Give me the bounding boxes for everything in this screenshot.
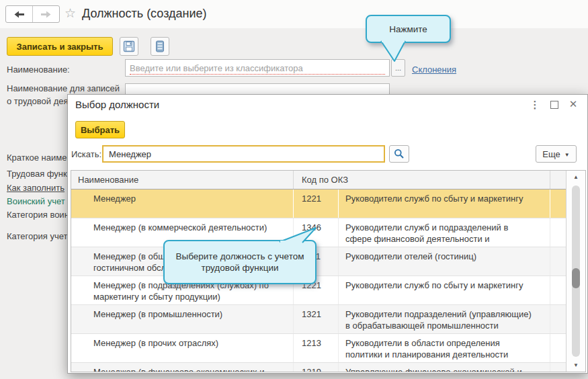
search-icon bbox=[394, 149, 405, 159]
dialog-title: Выбор должности bbox=[75, 99, 159, 110]
cell-blank bbox=[550, 334, 566, 362]
cell-code: 1221 bbox=[294, 190, 339, 218]
select-button[interactable]: Выбрать bbox=[75, 121, 125, 138]
cell-code: 1213 bbox=[294, 334, 339, 362]
scroll-up-icon[interactable]: ▲ bbox=[566, 174, 585, 180]
table-row[interactable]: Менеджер1221Руководители служб по сбыту … bbox=[71, 190, 566, 218]
spellcheck-underline bbox=[130, 74, 385, 75]
forward-arrow-icon bbox=[40, 9, 52, 19]
cell-code: 1219 bbox=[294, 363, 339, 372]
more-actions-label: Еще bbox=[542, 149, 560, 159]
labor-function-label: Трудовая функция: bbox=[7, 169, 67, 179]
okz-positions-table: Наименование Код по ОКЗ Менеджер1221Руко… bbox=[71, 170, 586, 372]
table-row[interactable]: Менеджер (в коммерческой деятельности)13… bbox=[71, 218, 566, 247]
cell-name: Менеджер (в промышленности) bbox=[71, 305, 294, 333]
choose-from-classifier-button[interactable]: ... bbox=[391, 59, 405, 77]
table-row[interactable]: Менеджер (в финансово-экономических и ад… bbox=[71, 363, 566, 372]
name-input-wrapper bbox=[125, 59, 390, 77]
scroll-down-icon[interactable]: ▼ bbox=[566, 362, 585, 368]
search-input[interactable] bbox=[102, 145, 385, 163]
table-row[interactable]: Менеджер (в подразделениях (службах) по … bbox=[71, 276, 566, 305]
vertical-scrollbar[interactable]: ▲ ▼ bbox=[566, 171, 585, 372]
search-label: Искать: bbox=[71, 149, 101, 159]
military-category-label: Категория воинского учета: bbox=[7, 210, 67, 220]
name-field-label: Наименование: bbox=[7, 65, 70, 75]
structure-list-button[interactable] bbox=[151, 37, 169, 56]
cell-desc: Руководители служб по сбыту и маркетингу bbox=[339, 276, 550, 304]
cell-blank bbox=[550, 247, 566, 276]
cell-desc: Руководители подразделений (управляющие)… bbox=[339, 305, 550, 333]
app-root: ☆ Должность (создание) Записать и закрыт… bbox=[0, 0, 588, 379]
how-to-fill-link[interactable]: Как заполнить bbox=[7, 183, 67, 193]
cell-code: 1321 bbox=[294, 305, 339, 333]
maximize-button[interactable] bbox=[548, 98, 561, 112]
more-actions-button[interactable]: Еще ▼ bbox=[536, 145, 577, 163]
cell-desc: Руководители отелей (гостиниц) bbox=[339, 247, 550, 276]
declension-link[interactable]: Склонения bbox=[412, 65, 456, 75]
cell-name: Менеджер (в прочих отраслях) bbox=[71, 334, 294, 362]
table-row[interactable]: Менеджер (в общественном питании и гости… bbox=[71, 247, 566, 276]
military-registration-group-label: Воинский учет bbox=[7, 196, 67, 206]
save-and-close-button[interactable]: Записать и закрыть bbox=[7, 37, 113, 56]
save-button[interactable] bbox=[120, 37, 138, 56]
cell-desc: Руководители служб по сбыту и маркетингу bbox=[339, 190, 550, 218]
maximize-icon bbox=[550, 101, 558, 109]
column-header-okz-code[interactable]: Код по ОКЗ bbox=[294, 171, 550, 189]
floppy-disk-icon bbox=[123, 40, 135, 52]
scrollbar-thumb[interactable] bbox=[572, 268, 580, 288]
cell-blank bbox=[550, 276, 566, 304]
short-name-label: Краткое наименование: bbox=[7, 153, 67, 163]
search-button[interactable] bbox=[389, 145, 409, 163]
name2-field-label-line2: о трудовой деятельности bbox=[7, 96, 67, 106]
cell-name: Менеджер (в финансово-экономических и ад… bbox=[71, 363, 294, 372]
table-row[interactable]: Менеджер (в промышленности)1321Руководит… bbox=[71, 305, 566, 334]
tooltip-choose-position: Выберите должность с учетом трудовой фун… bbox=[163, 240, 317, 284]
cell-name: Менеджер bbox=[71, 190, 294, 218]
tooltip-press-here: Нажмите bbox=[366, 15, 451, 43]
stack-list-icon bbox=[154, 40, 166, 52]
favorite-star-icon[interactable]: ☆ bbox=[65, 5, 76, 22]
cell-blank bbox=[550, 363, 566, 372]
close-button[interactable]: ✕ bbox=[566, 97, 580, 111]
cell-blank bbox=[550, 305, 566, 333]
forward-button[interactable] bbox=[33, 6, 60, 22]
page-title: Должность (создание) bbox=[82, 7, 207, 21]
back-button[interactable] bbox=[6, 6, 33, 22]
cell-blank bbox=[550, 190, 566, 218]
registration-category-label: Категория учета: bbox=[7, 231, 67, 241]
nav-history-group bbox=[5, 5, 60, 23]
column-header-name[interactable]: Наименование bbox=[71, 171, 294, 189]
cell-desc: Руководители служб и подразделений в сфе… bbox=[339, 218, 550, 247]
cell-blank bbox=[550, 218, 566, 247]
okz-table-rows: Менеджер1221Руководители служб по сбыту … bbox=[71, 190, 566, 372]
name2-field-label-line1: Наименование для записей bbox=[7, 83, 125, 93]
column-header-blank bbox=[550, 171, 566, 189]
table-header: Наименование Код по ОКЗ bbox=[71, 171, 566, 190]
dialog-menu-button[interactable]: ⋮ bbox=[528, 98, 542, 112]
table-row[interactable]: Менеджер (в прочих отраслях)1213Руководи… bbox=[71, 334, 566, 363]
chevron-down-icon: ▼ bbox=[564, 151, 570, 158]
cell-desc: Руководители в области определения полит… bbox=[339, 334, 550, 362]
back-arrow-icon bbox=[13, 9, 25, 19]
cell-desc: Управляющие финансово-экономической и ад… bbox=[339, 363, 550, 372]
